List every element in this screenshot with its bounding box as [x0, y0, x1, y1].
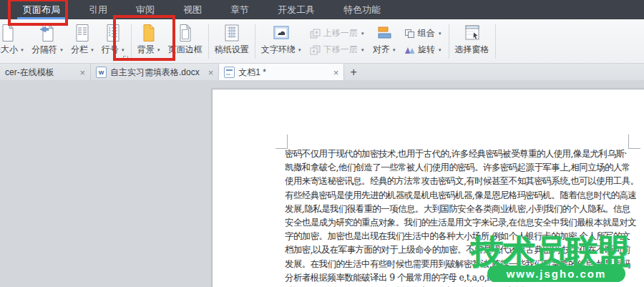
breaks-button[interactable]: 分隔符▼	[28, 20, 67, 63]
document-canvas[interactable]: 密码不仅用于现代的加密技术,也用于古代的,许多经典密码被受尊重的人使用,像是尤利…	[0, 80, 644, 287]
dropdown-caret-icon: ▼	[438, 31, 442, 36]
send-backward-icon	[310, 45, 321, 55]
close-icon[interactable]: ×	[333, 68, 339, 77]
text-wrap-icon	[272, 22, 291, 43]
doc-tab-docer-templates[interactable]: cer-在线模板 ×	[0, 64, 91, 81]
dropdown-caret-icon: ▼	[361, 48, 365, 52]
doc-tab-internship-label: 自主实习需填表格.docx	[110, 67, 200, 79]
columns-label: 分栏	[71, 44, 88, 56]
text-line: 安全也是成为研究的重点对象。我们的生活是用文字来记录,在信息安全中我们最根本就是…	[285, 215, 643, 229]
ribbon-group-arrange: 文字环绕▼ 上移一层 ▼ 下移一层 ▼	[256, 20, 448, 63]
watermark-logo: 技术员联盟	[471, 235, 628, 268]
tab-developer-tools-label: 开发工具	[278, 4, 315, 16]
tab-section-label: 章节	[230, 4, 249, 16]
page-border-icon	[177, 22, 193, 43]
annotation-box-page-layout-tab	[8, 0, 68, 26]
doc-tab-docer-label: cer-在线模板	[5, 67, 54, 79]
columns-button[interactable]: 分栏▼	[67, 20, 98, 63]
tab-section[interactable]: 章节	[216, 0, 263, 19]
doc-tab-internship-form[interactable]: W 自主实习需填表格.docx ×	[91, 64, 219, 81]
group-label: 组合	[418, 27, 435, 39]
bring-forward-label: 上移一层	[323, 27, 358, 39]
ribbon-group-paper: 稿纸设置	[210, 20, 254, 63]
send-backward-button[interactable]: 下移一层 ▼	[307, 43, 368, 57]
selection-pane-label: 选择窗格	[455, 44, 489, 56]
ribbon-group-divider	[495, 24, 496, 59]
tab-developer-tools[interactable]: 开发工具	[263, 0, 329, 19]
paper-setting-icon	[223, 22, 240, 43]
bring-forward-button[interactable]: 上移一层 ▼	[307, 26, 368, 40]
breaks-label: 分隔符	[31, 44, 57, 56]
tab-special-features-label: 特色功能	[343, 4, 381, 16]
ribbon-toolbar: 张大小▼ 分隔符▼ 分栏▼ 123 行号▼	[0, 19, 644, 64]
dropdown-caret-icon: ▼	[298, 48, 302, 52]
align-button[interactable]: 对齐▼	[369, 20, 400, 63]
selection-pane-icon	[464, 22, 481, 43]
group-icon	[404, 29, 415, 39]
ribbon-group-page-setup: 张大小▼ 分隔符▼ 分栏▼ 123 行号▼	[0, 20, 130, 63]
dropdown-caret-icon: ▼	[361, 31, 365, 36]
group-rotate-buttons: 组合 ▼ 旋转 ▼	[400, 20, 447, 63]
paper-setting-label: 稿纸设置	[215, 44, 249, 56]
align-icon	[376, 22, 392, 43]
doc-tab-document1-label: 文档1 *	[238, 67, 266, 79]
align-label: 对齐	[373, 44, 390, 56]
dropdown-caret-icon: ▼	[90, 48, 94, 52]
tab-special-features[interactable]: 特色功能	[329, 0, 395, 19]
text-wrap-label: 文字环绕	[261, 44, 296, 56]
tab-view[interactable]: 视图	[169, 0, 216, 19]
text-line: 密码不仅用于现代的加密技术,也用于古代的,许多经典密码被受尊重的人使用,像是尤利…	[285, 147, 643, 160]
text-line: 凯撒和拿破仑,他们创造了一些常被人们使用的密码。许多密码起源于军事上,相同立场的…	[285, 160, 643, 174]
ribbon-group-divider	[208, 24, 209, 59]
rotate-label: 旋转	[418, 44, 435, 56]
ribbon-tab-bar: 页面布局 引用 审阅 视图 章节 开发工具 特色功能	[0, 0, 644, 19]
paper-size-label: 张大小	[0, 44, 18, 56]
close-icon[interactable]: ×	[208, 68, 214, 77]
document-tab-bar: cer-在线模板 × W 自主实习需填表格.docx × 文档1 * × +	[0, 64, 644, 82]
text-line: 发展,隐私是我们很看重的一项信息。大到国防安全各类商业机密,小到我们的个人隐私。…	[285, 202, 643, 215]
close-icon[interactable]: ×	[79, 68, 85, 77]
tab-references-label: 引用	[89, 4, 107, 16]
text-wrap-button[interactable]: 文字环绕▼	[258, 20, 306, 63]
annotation-box-background-button	[113, 15, 175, 61]
tab-review-label: 审阅	[136, 4, 155, 16]
ribbon-group-select: 选择窗格	[450, 20, 494, 63]
text-line: 有些经典密码是使用先进的机器或是机电密码机器,像是恩尼格玛密码机。随着信息时代的…	[285, 188, 643, 202]
text-line: 破译 70%的密码,最现代的译密技术也是以古老的频率分析法为根据的。	[285, 284, 643, 287]
dropdown-caret-icon: ▼	[59, 48, 64, 52]
layer-order-buttons: 上移一层 ▼ 下移一层 ▼	[306, 20, 369, 63]
selection-pane-button[interactable]: 选择窗格	[452, 20, 493, 63]
text-line: 使用来寄送秘密讯息。经典的方法常攻击密码文,有时候甚至不知其密码系统,也可以使用…	[285, 174, 643, 188]
new-tab-button[interactable]: +	[344, 64, 363, 81]
word-doc-icon: W	[96, 67, 107, 78]
svg-text:3: 3	[109, 33, 111, 37]
doc-tab-document1[interactable]: 文档1 * ×	[219, 64, 344, 81]
dropdown-caret-icon: ▼	[20, 48, 24, 52]
send-backward-label: 下移一层	[323, 44, 358, 56]
ribbon-group-divider	[255, 24, 255, 59]
ribbon-group-divider	[449, 24, 449, 59]
columns-icon	[74, 22, 90, 43]
watermark-url: www.jsgho.com	[487, 266, 625, 282]
rotate-icon	[404, 45, 415, 55]
rotate-button[interactable]: 旋转 ▼	[401, 43, 445, 57]
wps-writer-window: 页面布局 引用 审阅 视图 章节 开发工具 特色功能 张大小▼ 分隔符▼	[0, 0, 644, 287]
paper-setting-button[interactable]: 稿纸设置	[211, 20, 253, 63]
dropdown-caret-icon: ▼	[392, 48, 396, 52]
tab-view-label: 视图	[183, 4, 202, 16]
paper-size-button[interactable]: 张大小▼	[0, 20, 28, 63]
dropdown-caret-icon: ▼	[438, 48, 442, 52]
wps-doc-icon	[224, 67, 235, 78]
bring-forward-icon	[310, 29, 321, 39]
group-button[interactable]: 组合 ▼	[401, 26, 445, 40]
